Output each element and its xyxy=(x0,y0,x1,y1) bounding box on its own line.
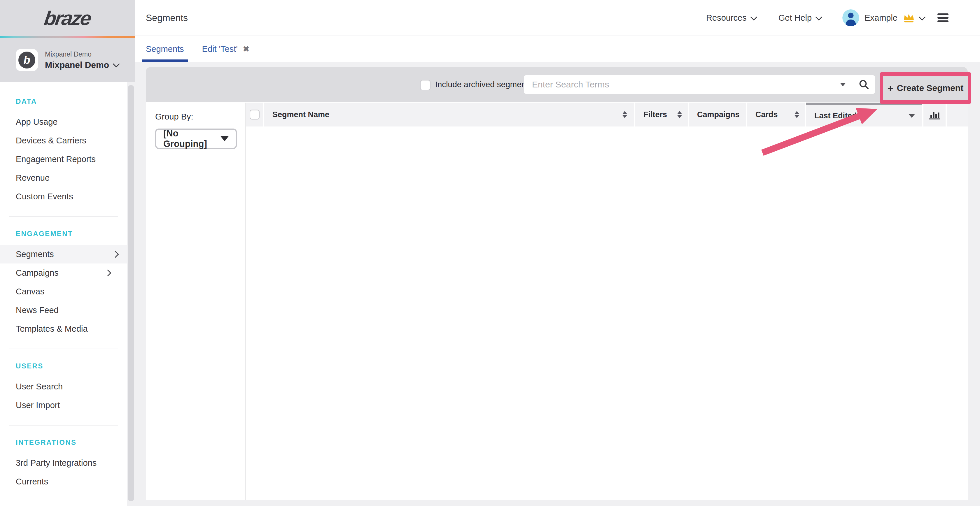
column-label: Cards xyxy=(756,110,778,119)
sidebar-item-segments[interactable]: Segments xyxy=(0,245,127,263)
sidebar-item-app-usage[interactable]: App Usage xyxy=(0,113,127,131)
search-input[interactable] xyxy=(531,79,840,90)
sidebar-item-campaigns[interactable]: Campaigns xyxy=(10,263,118,282)
sidebar-item-revenue[interactable]: Revenue xyxy=(0,168,127,187)
sidebar-section-label: USERS xyxy=(16,361,118,371)
sidebar-item-label: Campaigns xyxy=(16,268,59,278)
chevron-right-icon xyxy=(112,251,119,258)
create-segment-button[interactable]: + Create Segment xyxy=(888,83,963,93)
sidebar-item-canvas[interactable]: Canvas xyxy=(10,282,118,301)
workspace-name: Mixpanel Demo xyxy=(45,60,109,70)
column-label: Segment Name xyxy=(272,110,329,119)
user-avatar-icon[interactable] xyxy=(842,10,859,26)
chevron-down-icon xyxy=(113,60,120,67)
sidebar-section-label: INTEGRATIONS xyxy=(16,437,118,448)
workspace-company: Mixpanel Demo xyxy=(45,51,119,58)
create-segment-label: Create Segment xyxy=(897,83,963,93)
select-caret-icon xyxy=(221,136,229,141)
user-name[interactable]: Example xyxy=(864,13,897,23)
workspace-texts: Mixpanel Demo Mixpanel Demo xyxy=(45,51,119,70)
sidebar-item-label: Custom Events xyxy=(16,192,73,201)
sidebar-item-label: Engagement Reports xyxy=(16,154,95,164)
top-header: Segments Resources Get Help Example xyxy=(135,0,980,36)
column-filters[interactable]: Filters xyxy=(635,103,688,127)
sidebar-item-news-feed[interactable]: News Feed xyxy=(10,301,118,319)
sidebar-section-integrations: INTEGRATIONS 3rd Party Integrations Curr… xyxy=(10,425,118,491)
column-campaigns[interactable]: Campaigns xyxy=(689,103,746,127)
hamburger-menu-icon[interactable] xyxy=(937,13,948,22)
sidebar-section-data: DATA App Usage Devices & Carriers Engage… xyxy=(0,96,127,206)
segments-panel: Include archived segments + Create Segme… xyxy=(146,67,968,500)
column-label: Filters xyxy=(643,110,667,119)
sidebar-section-label: ENGAGEMENT xyxy=(16,228,118,239)
sidebar-item-label: App Usage xyxy=(16,117,58,127)
workspace-avatar: b xyxy=(16,49,38,71)
group-by-panel: Group By: [No Grouping] xyxy=(146,103,246,500)
page-title: Segments xyxy=(146,13,188,23)
chevron-down-icon[interactable] xyxy=(918,13,926,21)
segments-table-header: Segment Name Filters Campaigns Cards Las… xyxy=(246,103,968,127)
sidebar-item-label: Revenue xyxy=(16,173,49,183)
sidebar-item-label: Devices & Carriers xyxy=(16,136,86,146)
column-empty xyxy=(947,103,968,127)
tab-segments[interactable]: Segments xyxy=(146,36,184,62)
sidebar-section-users: USERS User Search User Import xyxy=(10,349,118,414)
search-icon[interactable] xyxy=(859,79,869,90)
sidebar-item-devices-carriers[interactable]: Devices & Carriers xyxy=(0,131,127,150)
chevron-down-icon xyxy=(816,13,822,21)
segments-toolbar: Include archived segments + Create Segme… xyxy=(146,67,968,102)
sidebar-item-label: Segments xyxy=(16,249,54,259)
tab-edit-test-label: Edit 'Test' xyxy=(202,44,238,54)
column-analytics[interactable] xyxy=(923,103,946,127)
sidebar-item-engagement-reports[interactable]: Engagement Reports xyxy=(0,150,127,168)
sidebar-item-user-import[interactable]: User Import xyxy=(10,396,118,414)
active-tab-underline xyxy=(142,59,188,62)
braze-logo: braze xyxy=(43,7,92,29)
sidebar-item-label: 3rd Party Integrations xyxy=(16,458,97,468)
logo-block: braze xyxy=(0,0,135,36)
sidebar-item-label: User Import xyxy=(16,400,60,410)
sidebar-section-label: DATA xyxy=(16,96,127,107)
include-archived-checkbox[interactable] xyxy=(420,80,431,90)
get-help-label: Get Help xyxy=(778,13,812,23)
column-label: Campaigns xyxy=(697,110,740,119)
group-by-select[interactable]: [No Grouping] xyxy=(155,128,237,149)
sidebar-item-3rd-party-integrations[interactable]: 3rd Party Integrations xyxy=(10,454,118,472)
sidebar-item-label: Canvas xyxy=(16,287,45,297)
sidebar-item-currents[interactable]: Currents xyxy=(10,472,118,491)
plus-icon: + xyxy=(888,83,893,93)
chevron-down-icon xyxy=(750,13,757,21)
get-help-menu[interactable]: Get Help xyxy=(778,13,821,23)
tab-segments-label: Segments xyxy=(146,44,184,54)
sidebar-item-label: News Feed xyxy=(16,306,59,315)
resources-menu[interactable]: Resources xyxy=(706,13,756,23)
sidebar-item-custom-events[interactable]: Custom Events xyxy=(0,187,127,206)
sidebar-item-label: User Search xyxy=(16,382,63,392)
create-segment-annotation-box: + Create Segment xyxy=(880,72,971,104)
sort-icon[interactable] xyxy=(794,111,799,118)
search-dropdown-caret-icon[interactable] xyxy=(840,83,846,86)
column-last-edited[interactable]: Last Edited xyxy=(806,103,922,127)
column-cards[interactable]: Cards xyxy=(747,103,805,127)
include-archived-label: Include archived segments xyxy=(435,67,532,102)
sidebar-item-label: Currents xyxy=(16,477,48,487)
sidebar-scrollbar[interactable] xyxy=(128,85,134,501)
column-caret-icon[interactable] xyxy=(908,114,915,118)
sort-icon[interactable] xyxy=(622,111,627,118)
sidebar-item-user-search[interactable]: User Search xyxy=(10,377,118,396)
segment-search-box xyxy=(524,75,875,94)
select-all-checkbox[interactable] xyxy=(250,109,259,119)
sidebar-item-templates-media[interactable]: Templates & Media xyxy=(10,319,118,338)
workspace-selector[interactable]: b Mixpanel Demo Mixpanel Demo xyxy=(0,38,135,82)
group-by-value: [No Grouping] xyxy=(163,128,221,149)
tab-bar: Segments Edit 'Test' ✖ xyxy=(135,36,980,62)
header-right: Resources Get Help Example xyxy=(706,10,980,26)
column-segment-name[interactable]: Segment Name xyxy=(264,103,634,127)
sort-icon[interactable] xyxy=(677,111,682,118)
sidebar-nav: DATA App Usage Devices & Carriers Engage… xyxy=(0,82,127,506)
bar-chart-icon xyxy=(929,109,940,119)
close-tab-icon[interactable]: ✖ xyxy=(243,44,250,54)
crown-icon xyxy=(903,13,915,23)
sidebar-section-engagement: ENGAGEMENT Segments Campaigns Canvas New… xyxy=(10,216,118,338)
tab-edit-test[interactable]: Edit 'Test' ✖ xyxy=(202,36,250,62)
